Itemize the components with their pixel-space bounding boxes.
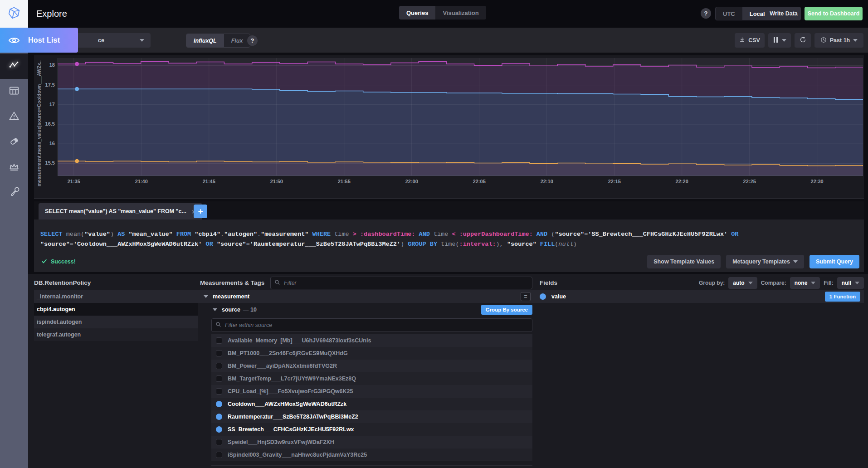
tag-value-item[interactable]: BM_Power___ayiDpANzXxtmii6fdTVG2R (211, 360, 532, 372)
chevron-down-icon (204, 295, 208, 298)
tag-value-item[interactable]: CPU_Load_[%]___Fo5XvujwoFrG3iPGQw6K25 (211, 385, 532, 398)
measurements-header: Measurements & Tags (200, 279, 264, 286)
fill-dropdown[interactable]: null (837, 277, 864, 289)
write-data-button[interactable]: Write Data (766, 7, 801, 20)
flux-button[interactable]: Flux (224, 34, 250, 47)
x-tick-label: 22:00 (398, 179, 425, 184)
measurements-column: Measurements & Tags measurement = source… (198, 274, 534, 468)
x-tick-label: 22:15 (601, 179, 628, 184)
tag-value-label: Raumtemperatur___SzBe5T28JATwPqBBi3MeZ2 (228, 414, 358, 420)
sidebar-item-log-viewer[interactable] (0, 130, 28, 155)
db-item[interactable]: _internal.monitor (34, 290, 198, 303)
chart-plot[interactable] (58, 58, 863, 176)
time-range-label: Past 1h (830, 37, 850, 44)
database-list: _internal.monitorcbpi4.autogenispindel.a… (34, 290, 198, 341)
help-icon[interactable]: ? (701, 8, 711, 19)
db-item-label: _internal.monitor (37, 293, 83, 300)
sidebar (0, 0, 28, 468)
metaquery-templates-label: Metaquery Templates (732, 258, 790, 265)
checkbox-icon[interactable] (216, 388, 222, 395)
chevron-down-icon (748, 282, 753, 284)
query-editor-panel: SELECT mean("value") AS "mean_value" FRO… (34, 219, 864, 272)
functions-badge[interactable]: 1 Function (825, 292, 860, 302)
tag-value-item[interactable]: Raumtemperatur___SzBe5T28JATwPqBBi3MeZ2 (211, 410, 532, 423)
tag-value-label: SS_Brewtech___CFHCsGHzKJEcHU5F92RLwx (228, 426, 354, 433)
download-csv-button[interactable]: CSV (735, 33, 765, 48)
tag-value-item[interactable]: SS_Brewtech___CFHCsGHzKJEcHU5F92RLwx (211, 423, 532, 436)
field-item-value[interactable]: value 1 Function (534, 290, 864, 303)
submit-query-button[interactable]: Submit Query (809, 255, 859, 268)
checkbox-icon[interactable] (216, 363, 222, 369)
tag-value-item[interactable]: Cooldown___AWZxHMoxSgWeWAD6utRZzk (211, 398, 532, 410)
source-dropdown-visible-text: ce (98, 37, 104, 44)
checkbox-icon[interactable] (216, 439, 222, 445)
tag-key-item[interactable]: source — 10 Group By source (198, 303, 534, 316)
measurement-filter-input[interactable] (284, 280, 532, 286)
x-tick-label: 21:40 (128, 179, 155, 184)
chevron-down-icon (140, 39, 144, 42)
db-item[interactable]: cbpi4.autogen (34, 303, 198, 316)
tz-utc-button[interactable]: UTC (716, 7, 742, 20)
tag-value-list: Available_Memory_[Mb]___U6hJV694873ioxf3… (211, 334, 532, 461)
manual-refresh-button[interactable] (795, 33, 811, 48)
x-tick-label: 21:55 (331, 179, 358, 184)
compare-dropdown[interactable]: none (790, 277, 820, 289)
group-by-dropdown[interactable]: auto (728, 277, 757, 289)
checkbox-icon[interactable] (216, 375, 222, 382)
checked-dot-icon[interactable] (216, 401, 222, 407)
tag-value-item[interactable]: BM_PT1000___2Sn46Fc6jRGvES9MuQXHdG (211, 347, 532, 360)
download-icon (739, 37, 745, 44)
pause-refresh-button[interactable] (768, 33, 791, 48)
query-text[interactable]: SELECT mean("value") AS "mean_value" FRO… (40, 229, 738, 249)
checked-dot-icon[interactable] (216, 426, 222, 433)
field-controls: Group by: auto Compare: none Fill: null (699, 277, 864, 289)
show-template-values-button[interactable]: Show Template Values (647, 255, 721, 268)
sidebar-item-configuration[interactable] (0, 180, 28, 206)
tab-visualization[interactable]: Visualization (435, 6, 486, 20)
query-tab[interactable]: SELECT mean("value") AS "mean_value" FRO… (39, 203, 202, 219)
tag-value-item[interactable]: Available_Memory_[Mb]___U6hJV694873ioxf3… (211, 334, 532, 347)
db-item[interactable]: telegraf.autogen (34, 328, 198, 341)
tag-value-item[interactable]: iSpindel003_Gravity___naHhwc8ucPjdamVaY3… (211, 448, 532, 461)
tag-value-item[interactable]: BM_TargetTemp___L7cr7jUYtW9YmaNEx3Ez8Q (211, 372, 532, 385)
time-range-dropdown[interactable]: Past 1h (814, 33, 863, 48)
x-tick-label: 22:25 (736, 179, 763, 184)
checkbox-icon[interactable] (216, 452, 222, 458)
host-list-flyout[interactable]: Host List (0, 28, 78, 53)
send-to-dashboard-button[interactable]: Send to Dashboard (805, 7, 863, 20)
db-item[interactable]: ispindel.autogen (34, 316, 198, 328)
measurement-item[interactable]: measurement = (198, 290, 534, 303)
metaquery-templates-dropdown[interactable]: Metaquery Templates (726, 255, 804, 268)
language-help-icon[interactable]: ? (247, 35, 258, 46)
db-retention-header: DB.RetentionPolicy (34, 279, 91, 286)
add-query-button[interactable]: + (194, 205, 207, 218)
sidebar-item-dashboards[interactable] (0, 79, 28, 104)
tag-value-label: Available_Memory_[Mb]___U6hJV694873ioxf3… (228, 337, 371, 344)
influxql-button[interactable]: InfluxQL (186, 34, 224, 47)
chevron-down-icon (213, 308, 217, 311)
db-item-label: cbpi4.autogen (37, 306, 75, 312)
sidebar-item-data-explorer[interactable] (0, 54, 28, 79)
y-tick-label: 16.5 (37, 121, 55, 127)
tag-value-item[interactable]: Speidel___HnjSD3w9ruxVFwjWDaF2XH (211, 436, 532, 448)
timezone-toggle: UTC Local (715, 7, 773, 20)
search-icon (212, 321, 225, 329)
view-toggle: Queries Visualization (399, 6, 486, 20)
sidebar-item-logo[interactable] (0, 0, 28, 28)
checked-dot-icon[interactable] (216, 414, 222, 420)
checkbox-icon[interactable] (216, 350, 222, 356)
measurement-label: measurement (213, 293, 249, 300)
sidebar-item-admin[interactable] (0, 155, 28, 180)
compare-value: none (795, 280, 808, 286)
checkbox-icon[interactable] (216, 337, 222, 344)
y-tick-label: 17 (37, 102, 55, 107)
tag-value-filter-input[interactable] (225, 322, 532, 328)
x-tick-label: 21:35 (60, 179, 88, 184)
clock-icon (820, 37, 827, 44)
group-by-source-button[interactable]: Group By source (481, 305, 532, 315)
tab-queries[interactable]: Queries (399, 6, 435, 20)
equals-button[interactable]: = (521, 292, 531, 301)
x-tick-label: 22:20 (668, 179, 696, 184)
chevron-down-icon (782, 39, 786, 42)
sidebar-item-alerting[interactable] (0, 104, 28, 130)
